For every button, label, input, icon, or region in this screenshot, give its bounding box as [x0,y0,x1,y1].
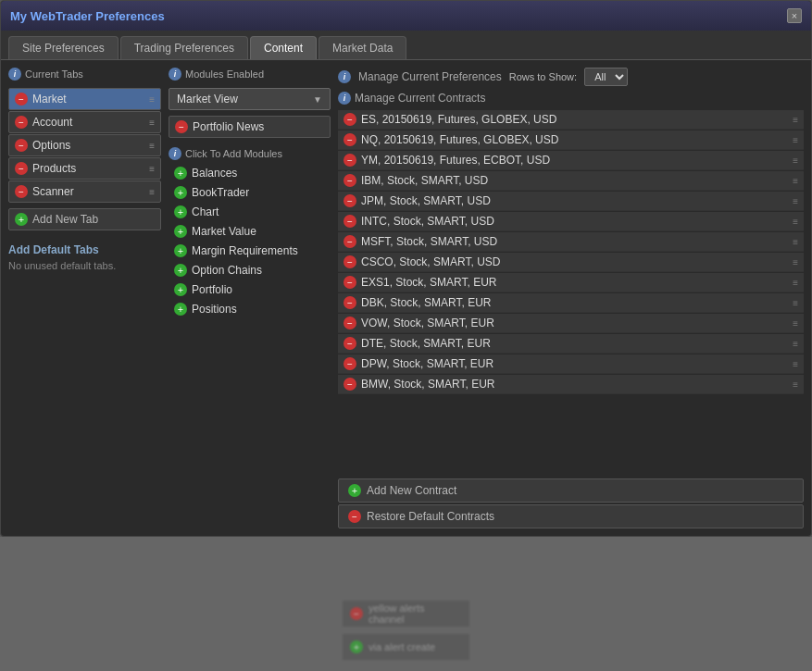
tab-item-account[interactable]: − Account ≡ [8,111,161,133]
portfolio-news-label: Portfolio News [193,120,264,133]
drag-contract-8: ≡ [793,278,798,288]
tab-label-products: Products [32,162,76,175]
contracts-info-icon: i [338,92,351,105]
remove-contract-6[interactable]: − [344,235,356,248]
dropdown-label: Market View [177,93,238,106]
tab-trading-preferences[interactable]: Trading Preferences [120,36,248,59]
positions-label: Positions [192,303,237,316]
remove-contract-13[interactable]: − [344,378,356,391]
tab-label-account: Account [32,116,72,129]
contract-label-4: JPM, Stock, SMART, USD [361,194,491,207]
tab-item-products[interactable]: − Products ≡ [8,157,161,180]
add-module-booktrader[interactable]: + BookTrader [169,183,331,202]
remove-contract-10[interactable]: − [344,317,356,329]
add-module-chart[interactable]: + Chart [169,203,331,221]
add-new-tab-button[interactable]: + Add New Tab [8,208,161,230]
remove-products-icon[interactable]: − [15,162,28,175]
contract-label-10: VOW, Stock, SMART, EUR [361,317,494,329]
drag-contract-13: ≡ [793,379,798,390]
remove-contract-1[interactable]: − [344,133,356,146]
booktrader-label: BookTrader [192,186,249,199]
top-tab-bar: Site Preferences Trading Preferences Con… [1,31,811,60]
remove-contract-3[interactable]: − [344,174,356,187]
add-tab-icon: + [15,213,28,226]
tab-label-scanner: Scanner [32,185,74,198]
tab-item-scanner[interactable]: − Scanner ≡ [8,180,161,203]
remove-portfolio-news-icon[interactable]: − [175,120,188,133]
modules-dropdown[interactable]: Market View ▼ [169,88,331,110]
add-module-portfolio[interactable]: + Portfolio [169,280,331,299]
tab-market-data[interactable]: Market Data [319,36,406,59]
contract-item-11: − DTE, Stock, SMART, EUR ≡ [338,334,804,354]
blurred-add-2: + [350,640,363,653]
remove-scanner-icon[interactable]: − [15,185,28,198]
add-contract-label: Add New Contract [367,484,456,497]
add-module-option-chains[interactable]: + Option Chains [169,261,331,280]
drag-contract-11: ≡ [793,339,798,349]
chart-label: Chart [192,205,219,218]
modules-enabled-header: i Modules Enabled [169,68,331,81]
enabled-module-portfolio-news: − Portfolio News [169,116,331,138]
add-module-positions[interactable]: + Positions [169,300,331,318]
remove-contract-8[interactable]: − [344,276,356,289]
add-margin-icon: + [174,244,187,257]
click-to-add-info-icon: i [169,147,181,160]
rows-select[interactable]: All 5 10 20 [584,68,628,86]
info-icon: i [8,68,21,81]
tab-content[interactable]: Content [250,36,317,59]
drag-contract-7: ≡ [793,257,798,267]
preferences-dialog: My WebTrader Preferences × Site Preferen… [0,0,812,537]
contract-item-0: − ES, 20150619, Futures, GLOBEX, USD ≡ [338,110,804,130]
restore-default-contracts-button[interactable]: − Restore Default Contracts [338,504,804,528]
remove-market-icon[interactable]: − [15,93,28,106]
tab-list: − Market ≡ − Account ≡ − Options [8,88,161,203]
contract-item-1: − NQ, 20150619, Futures, GLOBEX, USD ≡ [338,130,804,150]
remove-contract-12[interactable]: − [344,357,356,370]
drag-contract-2: ≡ [793,155,798,166]
contract-label-9: DBK, Stock, SMART, EUR [361,296,491,309]
remove-contract-5[interactable]: − [344,215,356,228]
click-to-add-label: Click To Add Modules [185,148,282,159]
tab-item-market[interactable]: − Market ≡ [8,88,161,110]
default-tabs-title: Add Default Tabs [8,243,161,256]
drag-contract-9: ≡ [793,298,798,308]
tab-item-options[interactable]: − Options ≡ [8,134,161,156]
remove-options-icon[interactable]: − [15,139,28,152]
option-chains-label: Option Chains [192,264,262,277]
portfolio-label: Portfolio [192,283,232,296]
contract-label-3: IBM, Stock, SMART, USD [361,174,488,187]
add-contract-icon: + [348,484,361,497]
contract-label-8: EXS1, Stock, SMART, EUR [361,276,497,289]
remove-account-icon[interactable]: − [15,116,28,129]
drag-options-icon: ≡ [149,141,155,151]
default-tabs-section: Add Default Tabs No unused default tabs. [8,243,161,271]
add-chart-icon: + [174,205,187,218]
close-button[interactable]: × [787,8,802,23]
remove-contract-11[interactable]: − [344,337,356,350]
add-module-margin[interactable]: + Margin Requirements [169,242,331,260]
contract-item-12: − DPW, Stock, SMART, EUR ≡ [338,354,804,374]
click-to-add-header: i Click To Add Modules [169,147,331,160]
contracts-list: − ES, 20150619, Futures, GLOBEX, USD ≡ −… [338,110,804,469]
add-module-market-value[interactable]: + Market Value [169,222,331,241]
add-tab-label: Add New Tab [32,213,98,226]
drag-contract-0: ≡ [793,115,798,125]
tab-site-preferences[interactable]: Site Preferences [8,36,119,59]
remove-contract-7[interactable]: − [344,255,356,268]
contract-item-7: − CSCO, Stock, SMART, USD ≡ [338,253,804,272]
bottom-area: − yellow alerts channel + via alert crea… [0,537,812,671]
remove-contract-0[interactable]: − [344,113,356,126]
click-to-add-section: i Click To Add Modules + Balances + Book… [169,147,331,318]
remove-contract-9[interactable]: − [344,296,356,309]
remove-contract-2[interactable]: − [344,154,356,167]
remove-contract-4[interactable]: − [344,194,356,207]
drag-contract-4: ≡ [793,196,798,206]
add-new-contract-button[interactable]: + Add New Contract [338,478,804,503]
contracts-buttons: + Add New Contract − Restore Default Con… [338,478,804,528]
blurred-row-1: − yellow alerts channel [343,601,469,627]
add-balances-icon: + [174,167,187,180]
add-module-balances[interactable]: + Balances [169,164,331,182]
market-value-label: Market Value [192,225,256,238]
drag-scanner-icon: ≡ [149,187,155,197]
content-area: i Current Tabs − Market ≡ − Account ≡ [1,60,811,536]
